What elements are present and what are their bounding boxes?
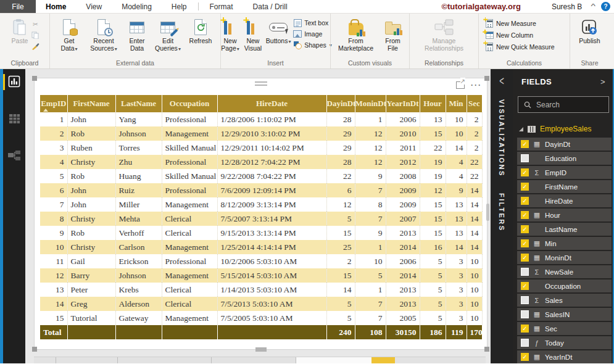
field-item-dayindt[interactable]: ✓▦DayinDt: [517, 138, 612, 151]
refresh-button[interactable]: Refresh: [185, 17, 216, 46]
field-checkbox[interactable]: ✓: [521, 211, 529, 219]
resize-handle[interactable]: [255, 347, 267, 352]
visualizations-panel-tab[interactable]: VISUALIZATIONS: [498, 99, 505, 177]
column-header[interactable]: DayinDt: [326, 95, 355, 112]
publish-button[interactable]: Publish: [577, 17, 602, 46]
field-checkbox[interactable]: ✓: [521, 254, 529, 262]
column-header[interactable]: EmpID: [40, 95, 67, 112]
field-item-today[interactable]: ƒToday: [517, 336, 612, 349]
table-row[interactable]: 10ChristyCarlsonManagement1/25/2014 4:14…: [40, 240, 482, 254]
recent-sources-button[interactable]: Recent Sources: [85, 17, 122, 54]
table-row[interactable]: 15TutorialGatewayManagement7/5/2005 5:03…: [40, 311, 482, 325]
tab-data-drill[interactable]: Data / Drill: [243, 0, 297, 13]
column-header[interactable]: Sec: [467, 95, 482, 112]
column-header[interactable]: Occupation: [162, 95, 217, 112]
format-painter-button[interactable]: [31, 42, 39, 51]
shapes-button[interactable]: Shapes: [293, 41, 332, 49]
tab-help[interactable]: Help: [162, 0, 197, 13]
field-checkbox[interactable]: ✓: [521, 183, 529, 191]
field-item-empid[interactable]: ✓ΣEmpID: [517, 166, 612, 179]
focus-mode-icon[interactable]: [456, 81, 465, 89]
table-row[interactable]: 13PeterKrebsClerical1/14/2013 5:03:10 AM…: [40, 283, 482, 297]
expand-table-icon[interactable]: [519, 127, 523, 131]
column-header[interactable]: Hour: [420, 95, 446, 112]
report-canvas[interactable]: ··· EmpIDFirstNameLastNameOccupationHire…: [25, 69, 491, 363]
drag-grip[interactable]: [255, 81, 267, 88]
table-row[interactable]: 2RobJohnsonManagement12/29/2010 3:10:02 …: [40, 126, 482, 141]
tab-file[interactable]: File: [0, 0, 36, 13]
new-page-button[interactable]: New Page: [219, 17, 241, 54]
field-item-newsale[interactable]: ΣNewSale: [517, 265, 612, 278]
canvas-scrollbar[interactable]: [486, 204, 489, 221]
tab-modeling[interactable]: Modeling: [112, 0, 162, 13]
field-item-lastname[interactable]: ✓LastName: [517, 223, 612, 236]
field-item-education[interactable]: Education: [517, 152, 612, 165]
field-item-occupation[interactable]: ✓Occupation: [517, 279, 612, 292]
column-header[interactable]: Min: [446, 95, 467, 112]
model-view-button[interactable]: [3, 143, 25, 168]
new-quick-measure-button[interactable]: New Quick Measure: [485, 43, 555, 51]
tab-home[interactable]: Home: [36, 0, 76, 13]
field-checkbox[interactable]: [521, 339, 529, 347]
field-item-hiredate[interactable]: ✓HireDate: [517, 194, 612, 207]
field-checkbox[interactable]: ✓: [521, 353, 529, 361]
table-row[interactable]: 6JohnRuizProfessional7/6/2009 12:09:14 P…: [40, 183, 482, 197]
field-checkbox[interactable]: ✓: [521, 239, 529, 247]
expand-panel-icon[interactable]: <: [499, 74, 504, 88]
field-item-salesin[interactable]: ▦SalesIN: [517, 308, 612, 321]
paste-button[interactable]: Paste: [10, 17, 30, 46]
table-row[interactable]: 9RobVerhoffClerical9/15/2013 3:13:14 PM1…: [40, 226, 482, 240]
table-row[interactable]: 4ChristyZhuProfessional12/28/2012 7:04:2…: [40, 155, 482, 169]
new-measure-button[interactable]: New Measure: [485, 19, 555, 28]
column-header[interactable]: HireDate: [217, 95, 326, 112]
collapse-ribbon-icon[interactable]: ^: [591, 3, 596, 10]
table-row[interactable]: 3RubenTorresSkilled Manual12/29/2011 10:…: [40, 141, 482, 155]
tab-format[interactable]: Format: [200, 0, 243, 13]
field-item-sales[interactable]: ΣSales: [517, 294, 612, 307]
buttons-button[interactable]: Buttons: [265, 17, 292, 46]
cut-button[interactable]: ✂: [31, 20, 39, 28]
table-row[interactable]: 12BarryJohnsonManagement5/15/2014 5:03:1…: [40, 268, 482, 283]
edit-queries-button[interactable]: Edit Queries: [152, 17, 184, 54]
collapse-fields-icon[interactable]: >: [600, 77, 605, 86]
new-column-button[interactable]: New Column: [485, 31, 555, 39]
table-row[interactable]: 7JohnMillerManagement8/12/2009 3:13:14 P…: [40, 197, 482, 212]
table-row[interactable]: 14GregAldersonClerical7/5/2013 5:03:10 A…: [40, 297, 482, 311]
field-checkbox[interactable]: [521, 310, 529, 318]
field-checkbox[interactable]: [521, 154, 529, 162]
report-view-button[interactable]: [3, 69, 25, 94]
dataset-employeesales[interactable]: EmployeeSales: [513, 120, 614, 138]
table-row[interactable]: 1JohnYangProfessional1/28/2006 1:10:02 P…: [40, 112, 482, 126]
field-item-hour[interactable]: ✓▦Hour: [517, 209, 612, 221]
resize-handle[interactable]: [32, 347, 37, 352]
manage-relationships-button[interactable]: Manage Relationships: [418, 17, 471, 54]
from-file-button[interactable]: From File: [380, 17, 407, 54]
image-button[interactable]: Image: [293, 30, 332, 38]
field-checkbox[interactable]: ✓: [521, 168, 529, 176]
field-item-min[interactable]: ✓▦Min: [517, 237, 612, 250]
help-icon[interactable]: ?: [601, 2, 610, 11]
get-data-button[interactable]: Get Data: [54, 17, 84, 54]
table-visual[interactable]: ··· EmpIDFirstNameLastNameOccupationHire…: [34, 78, 487, 350]
text-box-button[interactable]: Text box: [293, 19, 332, 27]
data-view-button[interactable]: [3, 106, 25, 131]
copy-button[interactable]: [31, 31, 39, 39]
table-row[interactable]: 11GailEricksonProfessional10/2/2006 5:03…: [40, 254, 482, 268]
column-header[interactable]: YearInDt: [386, 95, 420, 112]
field-checkbox[interactable]: ✓: [521, 140, 529, 148]
column-header[interactable]: LastName: [115, 95, 162, 112]
field-item-monindt[interactable]: ✓▦MoninDt: [517, 251, 612, 264]
resize-handle[interactable]: [484, 347, 489, 352]
table-row[interactable]: 5RobHuangSkilled Manual9/22/2008 7:04:22…: [40, 169, 482, 183]
field-checkbox[interactable]: [521, 268, 529, 276]
field-checkbox[interactable]: ✓: [521, 325, 529, 333]
column-header[interactable]: MoninDt: [355, 95, 386, 112]
resize-handle[interactable]: [32, 76, 37, 81]
more-options-icon[interactable]: ···: [471, 81, 482, 89]
enter-data-button[interactable]: Enter Data: [123, 17, 151, 54]
search-input[interactable]: Search: [518, 96, 609, 113]
field-checkbox[interactable]: [521, 296, 529, 304]
column-header[interactable]: FirstName: [67, 95, 115, 112]
field-item-yearindt[interactable]: ✓▦YearInDt: [517, 350, 612, 363]
table-row[interactable]: 8ChristyMehtaClerical7/5/2007 3:13:14 PM…: [40, 212, 482, 226]
